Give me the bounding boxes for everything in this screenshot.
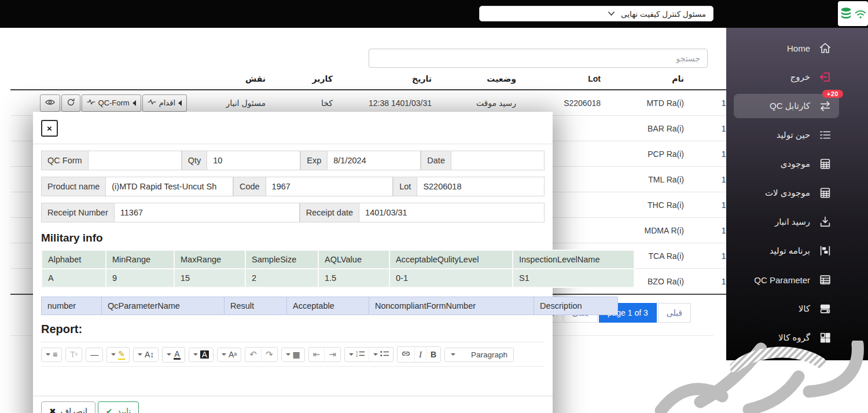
redo-icon: ↷ — [266, 350, 273, 359]
field-input-date[interactable] — [451, 151, 545, 170]
font-size-button[interactable]: A↕ — [134, 348, 158, 361]
caret-left-icon — [178, 100, 182, 106]
sidebar-item-qc-cartable[interactable]: کارتابل QC20+ — [726, 92, 868, 120]
highlight-pen-button[interactable]: ✎ — [107, 348, 129, 362]
align-menu-button[interactable]: ≡ — [42, 348, 61, 361]
column-header: InspectionLevelName — [513, 250, 634, 269]
cancel-x-icon: ✖ — [49, 407, 56, 413]
form-row: Receipt NumberReceipt date — [41, 203, 545, 222]
report-editor-area[interactable] — [41, 367, 545, 396]
cell-name: MTD Ra(i) — [605, 90, 689, 116]
action-button[interactable]: اقدام — [142, 94, 187, 112]
field-input-exp[interactable] — [328, 151, 421, 170]
receipt-download-icon — [818, 215, 832, 229]
font-family-button[interactable]: Aa — [218, 348, 241, 361]
confirm-button[interactable]: تایید ✔ — [98, 401, 139, 413]
column-header: کاربر — [270, 68, 337, 90]
rich-text-toolbar: ≡Tx—✎A↕AAAa↶↷▦⇤⇥12IBParagraph — [41, 342, 545, 367]
column-header: Description — [534, 297, 618, 315]
indent-button[interactable]: ⇥ — [325, 348, 340, 361]
sidebar-item-production-plan[interactable]: برنامه تولید — [726, 236, 868, 265]
production-plan-icon — [818, 244, 832, 258]
cell-name: TML Ra(i) — [605, 167, 689, 192]
font-color-button[interactable]: A — [163, 348, 184, 362]
paragraph-style-label: Paragraph — [471, 350, 507, 359]
table-cell: 0-1 — [389, 269, 513, 287]
sidebar-item-in-production[interactable]: حین تولید — [726, 120, 868, 149]
connection-status-widget — [838, 1, 868, 26]
insert-table-button[interactable]: ▦ — [282, 348, 304, 361]
toolbar-group: IB — [397, 346, 441, 363]
unread-count-badge: 20+ — [822, 90, 843, 98]
column-header: SampleSize — [245, 250, 318, 269]
qc-form-button[interactable]: QC-Form — [82, 94, 141, 112]
table-list-icon — [818, 273, 832, 287]
column-header: Alphabet — [42, 250, 106, 269]
field-input-receipt-date[interactable] — [359, 203, 545, 222]
caret-down-icon — [138, 353, 142, 356]
toolbar-group: Aa — [217, 348, 241, 362]
user-role-dropdown[interactable]: مسئول کنترل کیفیت نهایی — [479, 6, 713, 21]
table-cell: S1 — [513, 269, 634, 287]
sidebar-item-goods[interactable]: کالا — [726, 294, 868, 323]
confirm-button-label: تایید — [117, 407, 131, 413]
sidebar-item-home[interactable]: Home — [726, 34, 868, 63]
sidebar-item-goods-group[interactable]: گروه کالا — [726, 323, 868, 352]
sidebar-item-label: رسید انبار — [775, 217, 810, 227]
field-input-qty[interactable] — [207, 151, 300, 170]
pagination-prev-button[interactable]: قبلی — [658, 303, 691, 323]
grid-icon — [818, 331, 832, 345]
outdent-button[interactable]: ⇤ — [309, 348, 325, 361]
unordered-list-icon — [380, 350, 389, 359]
sidebar-item-qc-parameter[interactable]: QC Parameter — [726, 265, 868, 294]
italic-button[interactable]: I — [415, 347, 426, 362]
sidebar-item-logout[interactable]: خروج — [726, 63, 868, 92]
ordered-list-icon: 12 — [356, 350, 365, 359]
sidebar-item-warehouse-receipt[interactable]: رسید انبار — [726, 207, 868, 236]
goods-icon — [818, 302, 832, 316]
paragraph-style-button[interactable]: Paragraph — [445, 348, 513, 361]
field-input-receipt-number[interactable] — [115, 203, 300, 222]
align-menu-icon: ≡ — [53, 350, 57, 359]
toolbar-group: A — [189, 348, 214, 362]
table-header-row: AlphabetMinRangeMaxRangeSampleSizeAQLVal… — [42, 250, 634, 269]
bold-button[interactable]: B — [426, 347, 440, 362]
link-button[interactable] — [398, 347, 415, 362]
field-input-lot[interactable] — [417, 177, 545, 196]
horizontal-rule-button[interactable]: — — [86, 348, 102, 361]
toolbar-group: ✎ — [106, 347, 130, 363]
cancel-button[interactable]: انصراف ✖ — [41, 401, 95, 413]
unordered-list-button[interactable] — [369, 348, 393, 361]
toolbar-group: ⇤⇥ — [308, 347, 341, 362]
form-row: Product nameCodeLot — [41, 177, 545, 196]
ordered-list-button[interactable]: 12 — [345, 348, 369, 361]
sidebar-item-inventory[interactable]: موجودی — [726, 149, 868, 178]
refresh-button[interactable] — [61, 94, 80, 112]
field-input-code[interactable] — [266, 177, 393, 196]
modal-close-button[interactable]: × — [41, 120, 58, 137]
svg-text:1: 1 — [356, 350, 358, 354]
field-label: Receipt Number — [41, 203, 115, 222]
cell-name: BAR Ra(i) — [605, 116, 689, 141]
field-input-product-name[interactable] — [106, 177, 233, 196]
undo-button[interactable]: ↶ — [245, 348, 262, 361]
view-button[interactable] — [40, 94, 60, 112]
top-bar: مسئول کنترل کیفیت نهایی — [0, 0, 868, 28]
toolbar-group: A — [162, 347, 185, 363]
pulse-icon — [148, 98, 156, 107]
clear-format-button[interactable]: Tx — [66, 348, 82, 361]
field-label: Qty — [182, 151, 208, 170]
background-color-button[interactable]: A — [189, 348, 213, 361]
pulse-icon — [87, 98, 95, 107]
search-input[interactable] — [369, 49, 708, 68]
table-header-row: numberQcParameterNameResultAcceptableNon… — [42, 297, 618, 315]
table-cell: 9 — [106, 269, 174, 287]
qc-form-button-label: QC-Form — [98, 98, 130, 107]
column-header: Lot — [521, 68, 605, 90]
redo-button[interactable]: ↷ — [262, 348, 277, 361]
row-actions: QC-Formاقدام — [15, 94, 187, 112]
sidebar-item-lot-inventory[interactable]: موجودی لات — [726, 178, 868, 207]
field-label: Code — [233, 177, 266, 196]
field-input-qc-form[interactable] — [89, 151, 182, 170]
horizontal-rule-icon: — — [90, 350, 98, 359]
